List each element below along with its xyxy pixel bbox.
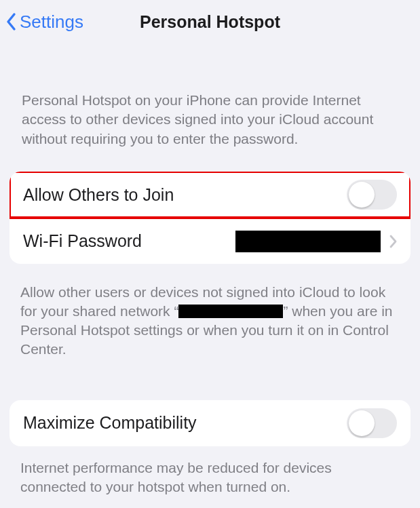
wifi-password-row[interactable]: Wi-Fi Password xyxy=(9,218,411,264)
page-title: Personal Hotspot xyxy=(140,12,280,32)
chevron-right-icon xyxy=(389,235,397,248)
allow-others-toggle[interactable] xyxy=(347,180,397,210)
settings-group-compatibility: Maximize Compatibility xyxy=(9,400,411,446)
allow-others-help-text: Allow other users or devices not signed … xyxy=(0,283,420,359)
chevron-left-icon xyxy=(5,12,17,31)
wifi-password-value-redacted xyxy=(235,231,381,252)
navigation-bar: Settings Personal Hotspot xyxy=(0,0,420,43)
back-label: Settings xyxy=(20,12,83,33)
maximize-compatibility-label: Maximize Compatibility xyxy=(23,413,197,433)
intro-description: Personal Hotspot on your iPhone can prov… xyxy=(0,91,420,149)
network-name-redacted xyxy=(178,305,283,318)
allow-others-row[interactable]: Allow Others to Join xyxy=(9,172,411,218)
maximize-compatibility-help-text: Internet performance may be reduced for … xyxy=(0,458,420,496)
wifi-password-label: Wi-Fi Password xyxy=(23,231,142,251)
allow-others-label: Allow Others to Join xyxy=(23,185,174,205)
settings-group-hotspot: Allow Others to Join Wi-Fi Password xyxy=(9,172,411,264)
maximize-compatibility-row[interactable]: Maximize Compatibility xyxy=(9,400,411,446)
back-button[interactable]: Settings xyxy=(0,12,83,33)
maximize-compatibility-toggle[interactable] xyxy=(347,408,397,438)
